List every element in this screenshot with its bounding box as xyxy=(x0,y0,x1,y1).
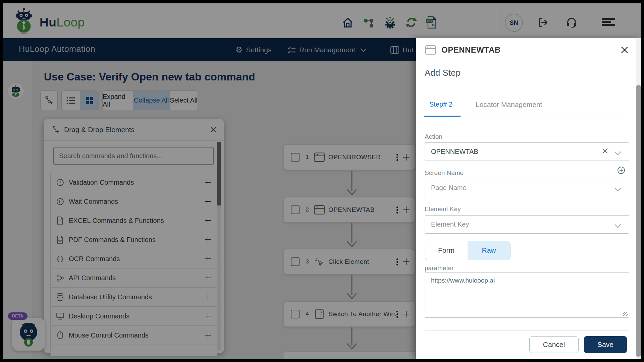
close-icon[interactable] xyxy=(621,46,629,54)
parameter-label: parameter xyxy=(425,264,454,272)
chevron-down-icon xyxy=(614,148,621,155)
action-label: Action xyxy=(425,133,442,140)
raw-toggle-button[interactable]: Raw xyxy=(468,241,510,260)
resize-handle[interactable] xyxy=(623,312,628,316)
drawer-scrollbar[interactable] xyxy=(636,38,641,359)
element-key-label: Element Key xyxy=(425,205,461,213)
element-key-select[interactable]: Element Key xyxy=(425,215,629,234)
element-key-placeholder: Element Key xyxy=(431,221,469,228)
chevron-down-icon xyxy=(614,185,621,191)
tab-baseline xyxy=(424,117,629,117)
browser-window-icon xyxy=(425,45,436,55)
add-step-drawer: OPENNEWTAB Add Step Step# 2 Locator Mana… xyxy=(416,38,641,359)
form-raw-toggle: Form Raw xyxy=(425,241,511,260)
add-screen-icon[interactable] xyxy=(617,166,625,174)
divider xyxy=(425,330,629,331)
chevron-down-icon xyxy=(614,221,621,228)
cancel-button[interactable]: Cancel xyxy=(529,336,579,353)
screen-name-select[interactable]: Page Name xyxy=(425,179,629,197)
clear-icon[interactable] xyxy=(602,148,608,154)
screen-name-placeholder: Page Name xyxy=(431,184,467,192)
drawer-title: OPENNEWTAB xyxy=(441,45,501,55)
tab-locator-management[interactable]: Locator Management xyxy=(476,101,542,109)
action-value: OPENNEWTAB xyxy=(431,148,478,156)
parameter-textarea[interactable]: https://www.hulooop.ai xyxy=(425,273,629,318)
save-button[interactable]: Save xyxy=(584,336,627,353)
tab-step[interactable]: Step# 2 xyxy=(429,101,452,108)
action-select[interactable]: OPENNEWTAB xyxy=(425,142,629,161)
drawer-heading: Add Step xyxy=(425,68,461,78)
divider xyxy=(425,84,629,84)
drawer-header: OPENNEWTAB xyxy=(416,38,641,62)
screen-name-label: Screen Name xyxy=(425,169,464,177)
form-toggle-button[interactable]: Form xyxy=(425,241,468,260)
drawer-scrollbar-thumb[interactable] xyxy=(636,85,641,357)
